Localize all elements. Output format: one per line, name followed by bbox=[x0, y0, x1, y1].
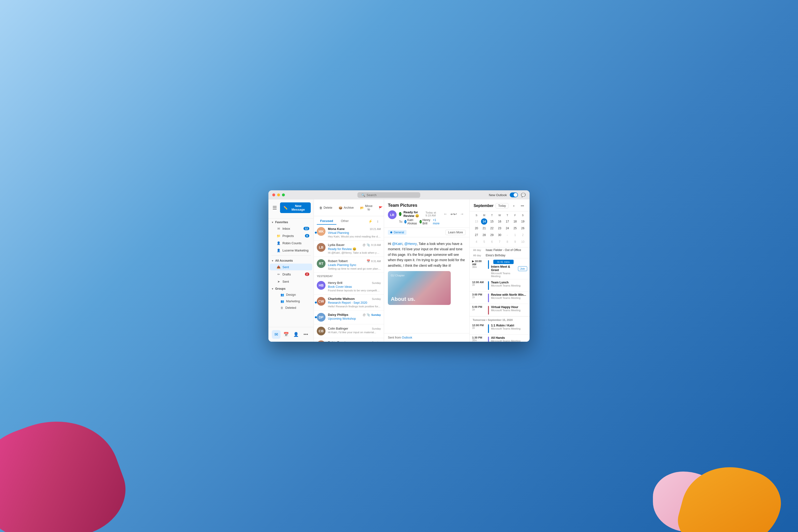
tab-focused[interactable]: Focused bbox=[317, 217, 336, 225]
cal-day[interactable]: 20 bbox=[473, 225, 479, 231]
email-header: Colin Ballinger Sunday bbox=[328, 327, 381, 330]
cal-day-today[interactable]: 14 bbox=[481, 218, 487, 225]
cal-day[interactable]: 10 bbox=[520, 239, 526, 245]
cal-day[interactable]: 16 bbox=[496, 218, 503, 225]
sidebar-item-sent[interactable]: 📤 Sent bbox=[270, 264, 312, 270]
email-item[interactable]: CW Charlotte Waltson Sunday Research Rep… bbox=[314, 294, 384, 310]
calendar-event[interactable]: 12:00 PM 1h 1:1 Robin / Katri Microsoft … bbox=[470, 322, 530, 335]
today-button[interactable]: Today bbox=[495, 203, 509, 208]
email-preview: Setting up time to meet and go over plan… bbox=[328, 267, 381, 270]
cal-day[interactable]: 2 bbox=[520, 232, 526, 238]
favorites-section-header[interactable]: ▼ Favorites bbox=[268, 218, 314, 225]
email-sender: Henry Brill bbox=[328, 281, 342, 285]
email-item[interactable]: HB Henry Brill Sunday Book Cover Ideas F… bbox=[314, 279, 384, 294]
email-item[interactable]: DP Daisy Phillips @ 📎 Sunday Upcoming Wo… bbox=[314, 310, 384, 324]
cal-day[interactable]: 27 bbox=[473, 232, 479, 238]
groups-section-header[interactable]: ▼ Groups bbox=[268, 285, 314, 291]
cal-day[interactable]: 22 bbox=[489, 225, 495, 231]
minimize-button[interactable] bbox=[277, 193, 280, 196]
sidebar-item-projects[interactable]: 📁 Projects 8 bbox=[270, 232, 312, 239]
move-to-button[interactable]: 📂 Move to bbox=[358, 203, 375, 212]
cal-day[interactable]: 5 bbox=[481, 239, 487, 245]
cal-day[interactable]: 23 bbox=[496, 225, 503, 231]
cal-day[interactable]: 8 bbox=[504, 239, 511, 245]
sent2-icon: ➤ bbox=[277, 280, 281, 283]
cal-day[interactable]: 1 bbox=[512, 232, 518, 238]
cal-day[interactable]: 21 bbox=[481, 225, 487, 231]
learn-more-button[interactable]: Learn More bbox=[445, 230, 466, 235]
delete-button[interactable]: 🗑 Delete bbox=[317, 205, 335, 211]
cal-day[interactable]: 15 bbox=[489, 218, 495, 225]
add-event-button[interactable]: + bbox=[511, 203, 517, 209]
cal-day[interactable]: 26 bbox=[520, 225, 526, 231]
reply-all-button[interactable]: ↩↩ bbox=[450, 210, 457, 217]
cal-day[interactable]: 18 bbox=[512, 218, 518, 225]
cal-day[interactable]: 4 bbox=[473, 239, 479, 245]
join-button[interactable]: Join bbox=[518, 266, 527, 271]
sidebar-item-deleted[interactable]: 🗑 Deleted bbox=[270, 305, 312, 311]
archive-icon: 📦 bbox=[339, 206, 342, 210]
sidebar-item-drafts[interactable]: ✏ Drafts 2 bbox=[270, 271, 312, 278]
email-item[interactable]: RC Robin Counts Sunday Last minute thoug… bbox=[314, 338, 384, 342]
calendar-event[interactable]: 1:30 PM 30m All Hands Microsoft Teams Me… bbox=[470, 335, 530, 342]
email-header: Robert Tolbert 📅 8:31 AM bbox=[328, 259, 381, 263]
event-subtitle: Microsoft Teams Meeting bbox=[491, 297, 527, 299]
cal-day[interactable]: 6 bbox=[489, 239, 495, 245]
all-day-event[interactable]: All day Elvia's Birthday bbox=[470, 253, 530, 258]
back-arrow-button[interactable]: ← bbox=[442, 210, 449, 217]
calendar-event[interactable]: 5:00 PM 1h Virtual Happy Hour Microsoft … bbox=[470, 304, 530, 316]
all-day-event[interactable]: All day Isaac Fielder - Out of Office bbox=[470, 247, 530, 253]
search-box[interactable]: 🔍 Search bbox=[357, 192, 420, 198]
tab-other[interactable]: Other bbox=[337, 217, 352, 225]
cal-day[interactable]: 30 bbox=[496, 232, 503, 238]
avatar: HB bbox=[317, 281, 325, 290]
more-nav-button[interactable]: ••• bbox=[302, 330, 310, 339]
cal-day[interactable]: 25 bbox=[512, 225, 518, 231]
cal-day[interactable]: 17 bbox=[504, 218, 511, 225]
cal-day[interactable]: 29 bbox=[489, 232, 495, 238]
email-item[interactable]: RT Robert Tolbert 📅 8:31 AM Leads Planni… bbox=[314, 257, 384, 273]
calendar-event[interactable]: 3:00 PM 1h Review with North Win... Micr… bbox=[470, 292, 530, 304]
calendar-nav-button[interactable]: 📅 bbox=[282, 330, 290, 339]
event-color-bar bbox=[488, 281, 489, 290]
cal-day[interactable]: 19 bbox=[520, 218, 526, 225]
new-message-button[interactable]: ✏️ New Message bbox=[280, 203, 311, 213]
all-accounts-section-header[interactable]: ▼ All Accounts bbox=[268, 257, 314, 263]
calendar-more-button[interactable]: ••• bbox=[519, 203, 526, 209]
filter-icon[interactable]: ⚡ bbox=[367, 218, 374, 224]
cal-day[interactable]: 24 bbox=[504, 225, 511, 231]
chat-icon[interactable]: 💬 bbox=[521, 193, 526, 197]
cal-day[interactable]: 13 bbox=[473, 218, 479, 225]
sidebar-item-robin-counts[interactable]: 👤 Robin Counts bbox=[270, 240, 312, 246]
maximize-button[interactable] bbox=[282, 193, 285, 196]
sidebar-item-marketing[interactable]: 👥 Marketing bbox=[270, 298, 312, 304]
attachment-icon: 📎 bbox=[366, 243, 370, 247]
sidebar-item-design[interactable]: 👥 Design bbox=[270, 292, 312, 298]
new-outlook-toggle[interactable] bbox=[510, 192, 518, 197]
calendar-event[interactable]: 12:00 AM 1h Team Lunch Microsoft Teams M… bbox=[470, 279, 530, 292]
event-subtitle: Microsoft Teams Meeting bbox=[491, 272, 516, 278]
event-title: Team Lunch bbox=[491, 281, 527, 284]
cal-day[interactable]: 28 bbox=[481, 232, 487, 238]
close-button[interactable] bbox=[272, 193, 275, 196]
reading-tag-row: General Learn More bbox=[384, 228, 469, 237]
people-nav-button[interactable]: 👤 bbox=[292, 330, 300, 339]
sidebar-item-inbox[interactable]: ✉ Inbox 12 bbox=[270, 225, 312, 232]
sidebar-item-lucerne[interactable]: 👤 Lucerne Marketing bbox=[270, 247, 312, 254]
email-item[interactable]: LB Lydia Bauer @ 📎 9:19 AM Ready for Rev… bbox=[314, 241, 384, 257]
forward-button[interactable]: → bbox=[458, 210, 466, 217]
email-item[interactable]: MK Mona Kane 10:21 AM Virtual Planning H… bbox=[314, 225, 384, 241]
sort-icon[interactable]: ↕ bbox=[375, 218, 381, 224]
archive-button[interactable]: 📦 Archive bbox=[336, 205, 356, 211]
email-item[interactable]: CB Colin Ballinger Sunday Hi Katri, I'd … bbox=[314, 324, 384, 338]
calendar-event[interactable]: ▶ 10:00 AM 30m In 41 mins Intern Meet & … bbox=[470, 258, 530, 279]
sidebar-item-sent2[interactable]: ➤ Sent bbox=[270, 278, 312, 285]
mail-nav-button[interactable]: ✉ bbox=[272, 330, 281, 339]
outlook-footer-link[interactable]: Outlook bbox=[402, 336, 412, 339]
email-inline-image: 01/ Chapter About us. bbox=[388, 271, 451, 305]
hamburger-button[interactable] bbox=[271, 204, 278, 211]
to-label: To: bbox=[399, 220, 403, 224]
cal-day[interactable]: 9 bbox=[512, 239, 518, 245]
more-recipients-link[interactable]: +1 more bbox=[433, 218, 439, 225]
cal-day[interactable]: 7 bbox=[496, 239, 503, 245]
